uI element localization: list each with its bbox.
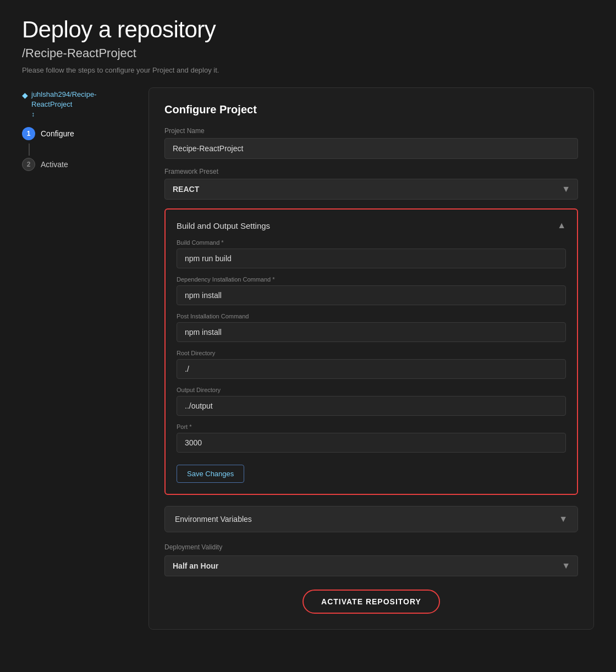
build-settings-chevron-up-icon: ▲ — [557, 221, 566, 230]
step-label-activate: Activate — [41, 160, 68, 169]
step-activate[interactable]: 2 Activate — [22, 158, 132, 171]
step-number-2: 2 — [22, 158, 35, 171]
dependency-install-label: Dependency Installation Command * — [177, 276, 566, 283]
page-description: Please follow the steps to configure you… — [22, 66, 594, 74]
build-command-label: Build Command * — [177, 239, 566, 246]
save-changes-button[interactable]: Save Changes — [177, 465, 244, 483]
main-content: Configure Project Project Name Framework… — [148, 87, 594, 630]
repo-diamond-icon: ◆ — [22, 91, 28, 100]
repo-link-text: juhlshah294/Recipe-ReactProject — [31, 90, 132, 109]
project-name-input[interactable] — [164, 138, 578, 159]
env-vars-section: Environment Variables ▼ — [164, 506, 578, 532]
root-directory-input[interactable] — [177, 359, 566, 379]
activate-repository-button[interactable]: ACTIVATE REPOSITORY — [302, 590, 440, 614]
output-directory-label: Output Directory — [177, 387, 566, 393]
port-label: Port * — [177, 423, 566, 430]
post-install-label: Post Installation Command — [177, 313, 566, 320]
step-number-1: 1 — [22, 127, 35, 140]
build-settings-box: Build and Output Settings ▲ Build Comman… — [164, 208, 578, 495]
post-install-group: Post Installation Command — [177, 313, 566, 342]
build-settings-header[interactable]: Build and Output Settings ▲ — [177, 221, 566, 230]
project-name-group: Project Name — [164, 127, 578, 159]
framework-preset-group: Framework Preset REACT VUE ANGULAR NEXT.… — [164, 168, 578, 200]
page-title: Deploy a repository — [22, 16, 594, 43]
root-directory-group: Root Directory — [177, 350, 566, 379]
build-command-group: Build Command * — [177, 239, 566, 268]
activate-btn-wrapper: ACTIVATE REPOSITORY — [164, 590, 578, 614]
framework-select-wrapper: REACT VUE ANGULAR NEXT.JS NUXT.JS ▼ — [164, 179, 578, 200]
project-name-label: Project Name — [164, 127, 578, 135]
configure-section-title: Configure Project — [164, 103, 578, 116]
build-settings-title: Build and Output Settings — [177, 221, 270, 230]
dependency-install-group: Dependency Installation Command * — [177, 276, 566, 305]
page-subtitle: /Recipe-ReactProject — [22, 46, 594, 60]
deployment-validity-select-wrapper: Half an Hour 1 Hour 6 Hours 24 Hours 1 W… — [164, 555, 578, 576]
env-vars-header[interactable]: Environment Variables ▼ — [164, 506, 578, 532]
root-directory-label: Root Directory — [177, 350, 566, 356]
step-connector — [29, 144, 30, 156]
output-directory-input[interactable] — [177, 396, 566, 416]
deployment-validity-label: Deployment Validity — [164, 543, 578, 551]
deployment-validity-section: Deployment Validity Half an Hour 1 Hour … — [164, 543, 578, 576]
repo-arrows-icon: ↕ — [31, 111, 132, 118]
env-vars-chevron-down-icon: ▼ — [559, 514, 568, 524]
port-input[interactable] — [177, 433, 566, 453]
env-vars-label: Environment Variables — [175, 515, 252, 524]
page-container: Deploy a repository /Recipe-ReactProject… — [0, 0, 616, 646]
sidebar: ◆ juhlshah294/Recipe-ReactProject ↕ 1 Co… — [22, 87, 132, 174]
post-install-input[interactable] — [177, 322, 566, 342]
output-directory-group: Output Directory — [177, 387, 566, 416]
step-label-configure: Configure — [41, 129, 74, 138]
repo-link[interactable]: ◆ juhlshah294/Recipe-ReactProject ↕ — [22, 90, 132, 118]
steps-container: 1 Configure 2 Activate — [22, 127, 132, 171]
main-layout: ◆ juhlshah294/Recipe-ReactProject ↕ 1 Co… — [22, 87, 594, 630]
framework-preset-label: Framework Preset — [164, 168, 578, 175]
dependency-install-input[interactable] — [177, 285, 566, 305]
framework-preset-select[interactable]: REACT VUE ANGULAR NEXT.JS NUXT.JS — [164, 179, 578, 200]
port-group: Port * — [177, 423, 566, 453]
step-configure[interactable]: 1 Configure — [22, 127, 132, 140]
build-command-input[interactable] — [177, 249, 566, 268]
deployment-validity-select[interactable]: Half an Hour 1 Hour 6 Hours 24 Hours 1 W… — [164, 555, 578, 576]
